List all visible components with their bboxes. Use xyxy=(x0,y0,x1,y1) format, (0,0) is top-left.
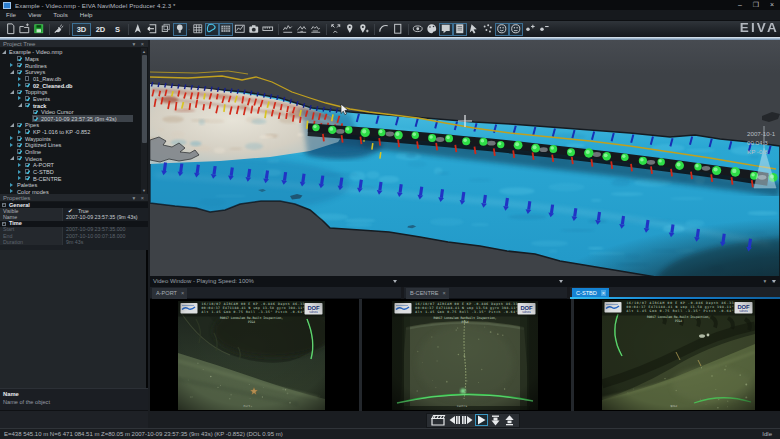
collapse-icon[interactable] xyxy=(2,50,6,54)
terrain-grid-button[interactable] xyxy=(219,23,233,36)
grid-button[interactable] xyxy=(191,23,205,36)
expand-icon[interactable] xyxy=(10,189,13,193)
open-file-button[interactable] xyxy=(18,23,32,36)
minimize-button[interactable]: – xyxy=(736,2,744,8)
tree-checkbox[interactable] xyxy=(25,129,29,133)
tree-checkbox[interactable] xyxy=(17,123,21,127)
step-back-button[interactable] xyxy=(448,414,461,426)
curve-tool-button[interactable] xyxy=(377,23,391,36)
collapse-icon[interactable] xyxy=(10,123,14,127)
tree-checkbox[interactable] xyxy=(25,96,29,100)
tree-checkbox[interactable] xyxy=(17,63,21,67)
collapse-icon[interactable] xyxy=(10,70,14,74)
tree-checkbox[interactable] xyxy=(33,116,37,120)
close-button[interactable]: × xyxy=(768,2,776,8)
tree-checkbox[interactable] xyxy=(17,56,21,60)
pin-icon[interactable]: ▾ xyxy=(132,41,137,47)
expand-icon[interactable] xyxy=(18,96,21,100)
menu-file[interactable]: File xyxy=(0,10,22,20)
tree-checkbox[interactable] xyxy=(17,136,21,140)
speed-down-button[interactable] xyxy=(489,414,502,426)
connect-plug-button[interactable] xyxy=(52,23,66,36)
palette-tool-button[interactable] xyxy=(425,23,439,36)
expand-icon[interactable] xyxy=(18,130,21,134)
ruler-button[interactable] xyxy=(261,23,275,36)
view-3d-button[interactable]: 3D xyxy=(72,23,91,36)
tree-checkbox[interactable] xyxy=(25,176,29,180)
bounding-box-button[interactable] xyxy=(159,23,173,36)
scroll-up-icon[interactable]: ▲ xyxy=(141,49,147,54)
collapse-icon[interactable] xyxy=(10,90,14,94)
tree-checkbox[interactable] xyxy=(33,110,37,114)
tree-checkbox[interactable] xyxy=(25,103,29,107)
tree-checkbox[interactable] xyxy=(17,143,21,147)
tab-dropdown-icon[interactable] xyxy=(393,280,397,283)
menu-help[interactable]: Help xyxy=(74,10,99,20)
tree-checkbox[interactable] xyxy=(17,149,21,153)
menu-tools[interactable]: Tools xyxy=(47,10,73,20)
eye-tool-button[interactable] xyxy=(411,23,425,36)
collapse-icon[interactable] xyxy=(10,156,14,160)
expand-icon[interactable] xyxy=(18,163,21,167)
video-a-port[interactable]: 16/10/07 AIRCAM 00 E KP -0.886 Depth 86.… xyxy=(178,301,325,410)
collapse-section-icon[interactable]: − xyxy=(2,222,6,226)
viewport-3d[interactable]: 2007-10-100:04:3KP -0.8 xyxy=(150,40,780,276)
geo-region-button[interactable] xyxy=(205,23,219,36)
expand-icon[interactable] xyxy=(18,83,21,87)
view-2d-button[interactable]: 2D xyxy=(91,23,110,36)
tab-dropdown-icon[interactable] xyxy=(559,280,563,283)
profile-1-button[interactable] xyxy=(281,23,295,36)
save-file-button[interactable] xyxy=(32,23,46,36)
pointer-tool-button[interactable] xyxy=(467,23,481,36)
tree-checkbox[interactable] xyxy=(17,156,21,160)
video-c-stbd[interactable]: 16/10/07 AIRCAM 00 E KP -0.886 Depth 86.… xyxy=(602,300,755,410)
tab-close-icon[interactable]: × xyxy=(181,290,184,296)
point-add-button[interactable] xyxy=(523,23,537,36)
scatter-points-button[interactable] xyxy=(481,23,495,36)
expand-icon[interactable] xyxy=(10,183,13,187)
waypoint-pin-add-button[interactable] xyxy=(357,23,371,36)
step-forward-button[interactable] xyxy=(462,414,475,426)
profile-2-button[interactable] xyxy=(295,23,309,36)
scroll-down-icon[interactable]: ▼ xyxy=(141,188,147,193)
tree-checkbox[interactable] xyxy=(25,163,29,167)
speed-up-button[interactable] xyxy=(503,414,516,426)
video-b-centre[interactable]: 16/10/07 AIRCAM 00 E KP -0.886 Depth 86.… xyxy=(392,301,538,410)
pin-icon[interactable]: ▾ xyxy=(763,278,768,284)
expand-icon[interactable] xyxy=(18,77,21,81)
restore-button[interactable]: ❐ xyxy=(752,2,760,8)
tab-close-icon[interactable]: × xyxy=(601,290,606,296)
video-tab-b-centre[interactable]: B-CENTRE× xyxy=(406,288,449,299)
waypoint-pin-button[interactable] xyxy=(343,23,357,36)
note-tool-button[interactable] xyxy=(439,23,453,36)
chart-box-button[interactable] xyxy=(233,23,247,36)
expand-icon[interactable] xyxy=(18,170,21,174)
smiley-a-button[interactable] xyxy=(495,23,509,36)
tree-checkbox[interactable] xyxy=(25,169,29,173)
pin-icon[interactable]: ▾ xyxy=(132,195,137,201)
play-button[interactable] xyxy=(475,414,488,426)
page-tool-button[interactable] xyxy=(391,23,405,36)
tree-scrollbar[interactable]: ▲ ▼ xyxy=(141,48,147,194)
tab-close-icon[interactable]: × xyxy=(443,290,446,296)
north-arrow-button[interactable] xyxy=(131,23,145,36)
import-model-button[interactable] xyxy=(145,23,159,36)
video-tab-a-port[interactable]: A-PORT× xyxy=(152,288,187,299)
close-panel-icon[interactable]: × xyxy=(141,195,146,201)
expand-icon[interactable] xyxy=(10,143,13,147)
expand-icon[interactable] xyxy=(10,136,13,140)
expand-icon[interactable] xyxy=(10,63,13,67)
doc-tool-button[interactable] xyxy=(453,23,467,36)
tab-dropdown-icon[interactable] xyxy=(772,280,776,283)
point-remove-button[interactable] xyxy=(537,23,551,36)
new-file-button[interactable] xyxy=(4,23,18,36)
tree-checkbox[interactable] xyxy=(17,70,21,74)
tree-checkbox[interactable] xyxy=(25,76,29,80)
view-s-button[interactable]: S xyxy=(110,23,125,36)
menu-view[interactable]: View xyxy=(22,10,47,20)
profile-3-button[interactable] xyxy=(309,23,323,36)
tree-checkbox[interactable] xyxy=(25,83,29,87)
split-arrows-button[interactable] xyxy=(329,23,343,36)
property-value[interactable]: 9m 43s xyxy=(66,240,83,246)
camera-button[interactable] xyxy=(247,23,261,36)
